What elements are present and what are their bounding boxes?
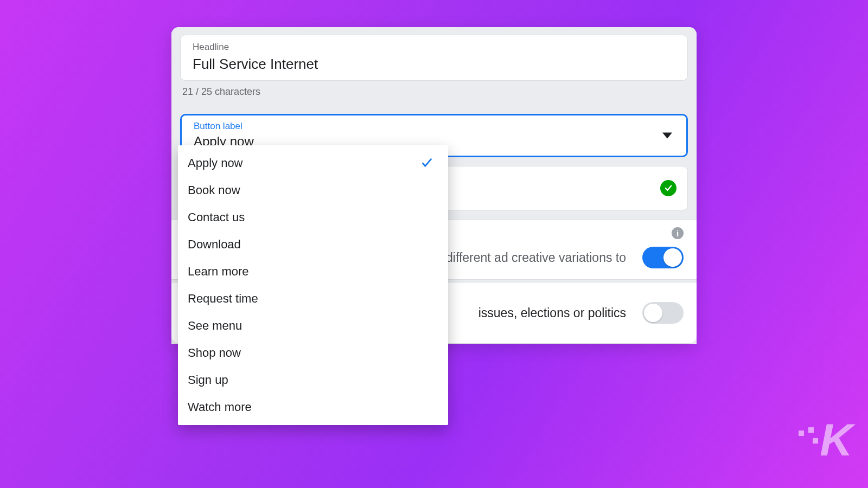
- check-icon: [420, 156, 434, 170]
- dropdown-option-label: Book now: [188, 182, 240, 198]
- info-icon[interactable]: i: [672, 227, 684, 239]
- dropdown-option-label: Watch more: [188, 399, 252, 415]
- headline-char-count: 21 / 25 characters: [180, 81, 688, 98]
- check-circle-icon: [660, 180, 676, 196]
- headline-label: Headline: [193, 42, 675, 53]
- creative-variations-toggle[interactable]: [642, 247, 684, 268]
- brand-k-icon: K: [820, 414, 850, 466]
- headline-section: Headline Full Service Internet 21 / 25 c…: [171, 27, 697, 105]
- button-label-section: Button label Apply now Apply nowBook now…: [171, 105, 697, 219]
- dropdown-option[interactable]: Request time: [178, 285, 448, 312]
- ad-form-card: Headline Full Service Internet 21 / 25 c…: [171, 27, 697, 344]
- dropdown-option-label: Shop now: [188, 345, 241, 361]
- dropdown-option-label: Download: [188, 236, 241, 253]
- dropdown-option[interactable]: See menu: [178, 312, 448, 339]
- dropdown-option[interactable]: Sign up: [178, 367, 448, 394]
- dropdown-option[interactable]: Apply now: [178, 150, 448, 177]
- dropdown-option[interactable]: Learn more: [178, 258, 448, 285]
- headline-value[interactable]: Full Service Internet: [193, 56, 675, 73]
- dropdown-option-label: See menu: [188, 318, 242, 334]
- dropdown-option-label: Sign up: [188, 372, 228, 388]
- dropdown-option-label: Request time: [188, 291, 258, 307]
- dropdown-option-label: Contact us: [188, 209, 245, 226]
- dropdown-option-label: Learn more: [188, 264, 249, 280]
- button-label-dropdown: Apply nowBook nowContact usDownloadLearn…: [178, 145, 448, 425]
- headline-input-container[interactable]: Headline Full Service Internet: [180, 35, 688, 81]
- dropdown-option-label: Apply now: [188, 155, 243, 171]
- dropdown-option[interactable]: Download: [178, 231, 448, 258]
- chevron-down-icon: [662, 133, 672, 139]
- dropdown-option[interactable]: Shop now: [178, 339, 448, 367]
- dropdown-option[interactable]: Book now: [178, 177, 448, 204]
- dropdown-option[interactable]: Watch more: [178, 394, 448, 421]
- button-label-fieldlabel: Button label: [194, 121, 674, 132]
- dropdown-option[interactable]: Contact us: [178, 204, 448, 231]
- politics-toggle[interactable]: [642, 302, 684, 324]
